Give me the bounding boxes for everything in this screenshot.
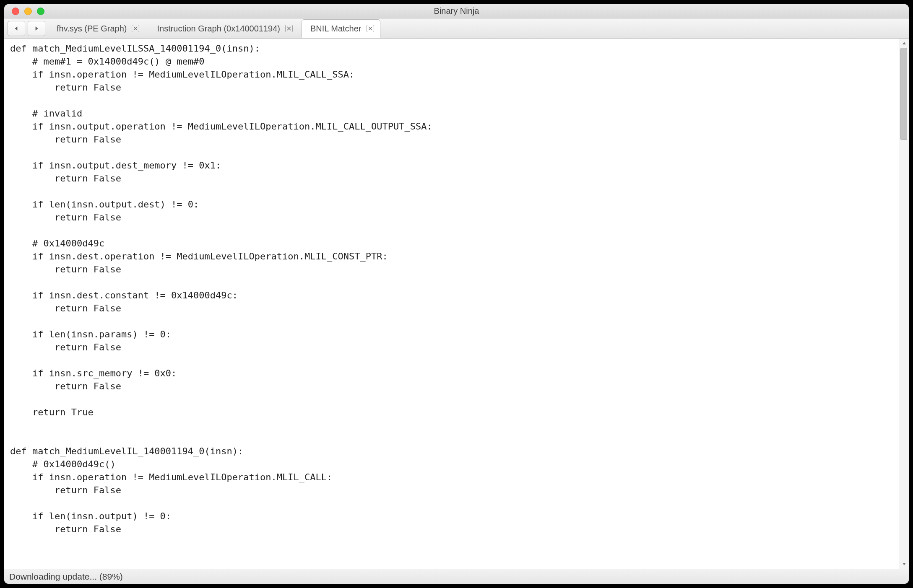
traffic-lights bbox=[4, 8, 44, 15]
triangle-left-icon bbox=[14, 26, 19, 31]
vertical-scrollbar[interactable] bbox=[899, 39, 909, 569]
statusbar: Downloading update... (89%) bbox=[4, 569, 909, 584]
titlebar[interactable]: Binary Ninja bbox=[4, 4, 909, 18]
nav-forward-button[interactable] bbox=[28, 21, 45, 36]
tab-label: BNIL Matcher bbox=[310, 24, 362, 34]
maximize-window-button[interactable] bbox=[37, 8, 44, 15]
triangle-right-icon bbox=[34, 26, 39, 31]
code-view[interactable]: def match_MediumLevelILSSA_140001194_0(i… bbox=[4, 39, 899, 569]
nav-back-button[interactable] bbox=[8, 21, 25, 36]
tab-close-button[interactable] bbox=[367, 25, 374, 32]
triangle-down-icon bbox=[902, 562, 906, 566]
scroll-down-button[interactable] bbox=[899, 560, 909, 569]
scroll-thumb[interactable] bbox=[900, 48, 907, 140]
tab-bnil-matcher[interactable]: BNIL Matcher bbox=[302, 19, 380, 38]
scroll-track[interactable] bbox=[899, 48, 909, 560]
app-window: Binary Ninja fhv.sys (PE Graph) Instruct… bbox=[4, 4, 909, 584]
toolbar: fhv.sys (PE Graph) Instruction Graph (0x… bbox=[4, 18, 909, 39]
tab-close-button[interactable] bbox=[285, 25, 293, 32]
close-icon bbox=[133, 26, 138, 31]
tab-pe-graph[interactable]: fhv.sys (PE Graph) bbox=[48, 19, 146, 38]
status-text: Downloading update... (89%) bbox=[9, 572, 123, 582]
close-icon bbox=[368, 26, 372, 31]
minimize-window-button[interactable] bbox=[24, 8, 32, 15]
tab-instruction-graph[interactable]: Instruction Graph (0x140001194) bbox=[148, 19, 299, 38]
close-icon bbox=[287, 26, 291, 31]
triangle-up-icon bbox=[902, 41, 906, 45]
close-window-button[interactable] bbox=[12, 8, 19, 15]
scroll-up-button[interactable] bbox=[899, 39, 909, 48]
tab-label: fhv.sys (PE Graph) bbox=[57, 24, 127, 34]
content-area: def match_MediumLevelILSSA_140001194_0(i… bbox=[4, 39, 909, 569]
window-title: Binary Ninja bbox=[4, 6, 909, 16]
tab-label: Instruction Graph (0x140001194) bbox=[157, 24, 280, 34]
tab-close-button[interactable] bbox=[132, 25, 139, 32]
